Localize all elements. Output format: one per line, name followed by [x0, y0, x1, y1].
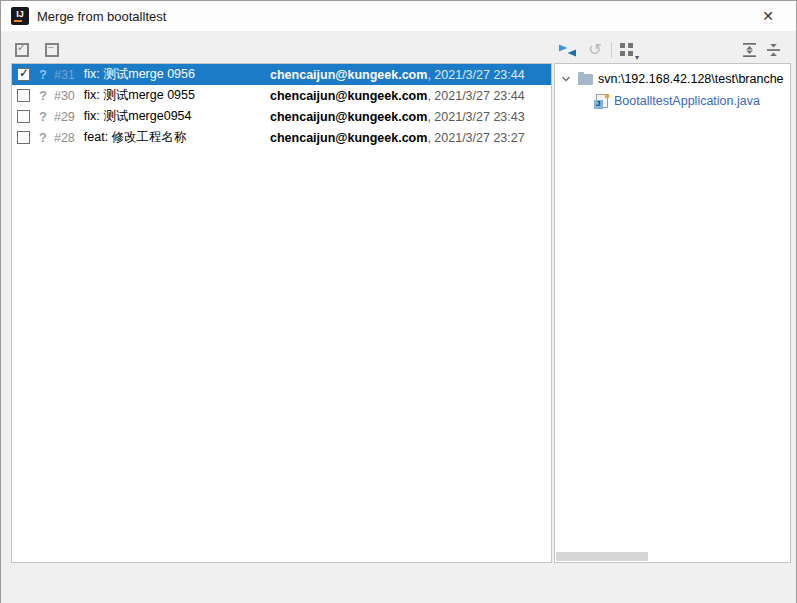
commit-author: chencaijun@kungeek.com	[270, 131, 427, 145]
commit-author: chencaijun@kungeek.com	[270, 110, 427, 124]
question-icon: ?	[39, 109, 47, 124]
question-icon: ?	[39, 88, 47, 103]
commit-author: chencaijun@kungeek.com	[270, 68, 427, 82]
commit-list: ? #31 fix: 测试merge 0956 chencaijun@kunge…	[11, 63, 552, 563]
unselect-all-button[interactable]	[44, 42, 60, 58]
commit-message: fix: 测试merge0954	[84, 108, 192, 125]
group-by-icon	[620, 43, 634, 57]
commit-row[interactable]: ? #29 fix: 测试merge0954 chencaijun@kungee…	[12, 106, 551, 127]
intellij-logo-icon: IJ	[11, 7, 29, 25]
title-bar: IJ Merge from bootalltest ✕	[1, 1, 796, 31]
horizontal-scrollbar[interactable]	[556, 552, 648, 561]
expand-all-icon	[742, 43, 757, 57]
commit-message: fix: 测试merge 0956	[84, 66, 195, 83]
commit-date: 2021/3/27 23:44	[427, 68, 524, 82]
commit-author-date: chencaijun@kungeek.com2021/3/27 23:43	[270, 106, 525, 127]
tree-root-node[interactable]: svn:\192.168.42.128\test\branche	[555, 69, 790, 89]
revision-number: #29	[54, 110, 75, 124]
commit-row[interactable]: ? #31 fix: 测试merge 0956 chencaijun@kunge…	[12, 64, 551, 85]
java-file-icon	[594, 94, 609, 109]
merge-arrows-icon	[559, 43, 576, 58]
changed-files-tree: svn:\192.168.42.128\test\branche Bootall…	[554, 63, 791, 563]
commit-checkbox[interactable]	[17, 68, 30, 81]
select-all-button[interactable]	[14, 42, 30, 58]
merge-dialog: IJ Merge from bootalltest ✕ ↺	[0, 0, 797, 603]
show-diff-button[interactable]	[559, 43, 575, 59]
commit-checkbox[interactable]	[17, 110, 30, 123]
commit-date: 2021/3/27 23:43	[427, 110, 524, 124]
tree-file-label: BootalltestApplication.java	[614, 94, 760, 108]
toolbar-separator	[611, 42, 612, 58]
commit-author-date: chencaijun@kungeek.com2021/3/27 23:44	[270, 64, 525, 85]
commit-checkbox[interactable]	[17, 89, 30, 102]
folder-icon	[578, 74, 593, 85]
rollback-button[interactable]: ↺	[587, 42, 603, 58]
tree-file-node[interactable]: BootalltestApplication.java	[555, 91, 790, 111]
commit-checkbox[interactable]	[17, 131, 30, 144]
undo-icon: ↺	[587, 42, 603, 58]
commit-row[interactable]: ? #28 feat: 修改工程名称 chencaijun@kungeek.co…	[12, 127, 551, 148]
commit-message: feat: 修改工程名称	[84, 129, 187, 146]
revision-number: #30	[54, 89, 75, 103]
commit-message: fix: 测试merge 0955	[84, 87, 195, 104]
collapse-all-button[interactable]	[766, 43, 782, 59]
revision-number: #28	[54, 131, 75, 145]
unselect-all-checkbox-icon	[45, 43, 59, 57]
tree-root-label: svn:\192.168.42.128\test\branche	[598, 72, 784, 86]
question-icon: ?	[39, 67, 47, 82]
commit-author: chencaijun@kungeek.com	[270, 89, 427, 103]
commit-date: 2021/3/27 23:44	[427, 89, 524, 103]
commit-author-date: chencaijun@kungeek.com2021/3/27 23:27	[270, 127, 525, 148]
dialog-title: Merge from bootalltest	[37, 9, 166, 24]
question-icon: ?	[39, 130, 47, 145]
close-icon[interactable]: ✕	[752, 5, 784, 27]
commit-row[interactable]: ? #30 fix: 测试merge 0955 chencaijun@kunge…	[12, 85, 551, 106]
group-by-button[interactable]	[620, 43, 636, 59]
chevron-down-icon[interactable]	[561, 74, 571, 84]
select-all-checkbox-icon	[15, 43, 29, 57]
commit-date: 2021/3/27 23:27	[427, 131, 524, 145]
revision-number: #31	[54, 68, 75, 82]
footer-bar: Merge Selected Cancel	[1, 563, 796, 603]
collapse-all-icon	[766, 43, 781, 57]
commit-author-date: chencaijun@kungeek.com2021/3/27 23:44	[270, 85, 525, 106]
expand-all-button[interactable]	[742, 43, 758, 59]
